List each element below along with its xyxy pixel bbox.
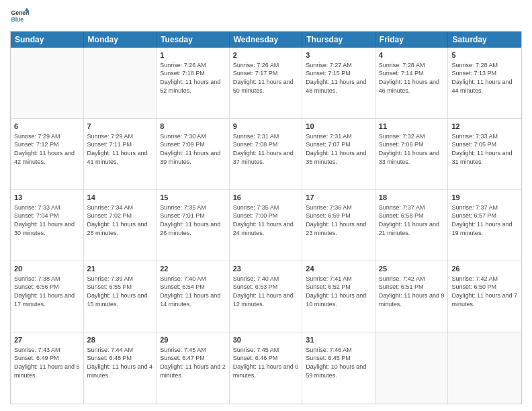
calendar-cell: 25Sunrise: 7:42 AM Sunset: 6:51 PM Dayli… <box>375 261 449 332</box>
day-info: Sunrise: 7:35 AM Sunset: 7:00 PM Dayligh… <box>233 203 299 237</box>
day-info: Sunrise: 7:33 AM Sunset: 7:05 PM Dayligh… <box>451 132 518 166</box>
calendar-cell <box>11 48 84 118</box>
day-info: Sunrise: 7:42 AM Sunset: 6:50 PM Dayligh… <box>451 275 518 308</box>
day-info: Sunrise: 7:37 AM Sunset: 6:58 PM Dayligh… <box>379 203 445 237</box>
calendar-cell: 21Sunrise: 7:39 AM Sunset: 6:55 PM Dayli… <box>84 261 157 332</box>
calendar-cell: 12Sunrise: 7:33 AM Sunset: 7:05 PM Dayli… <box>448 119 521 189</box>
day-number: 5 <box>451 50 518 60</box>
calendar-body: 1Sunrise: 7:26 AM Sunset: 7:18 PM Daylig… <box>11 48 521 404</box>
day-number: 9 <box>233 122 299 132</box>
day-info: Sunrise: 7:42 AM Sunset: 6:51 PM Dayligh… <box>379 275 445 308</box>
calendar-cell: 19Sunrise: 7:37 AM Sunset: 6:57 PM Dayli… <box>448 190 521 261</box>
day-number: 30 <box>233 335 299 345</box>
calendar-cell: 29Sunrise: 7:45 AM Sunset: 6:47 PM Dayli… <box>157 332 230 404</box>
calendar-cell: 31Sunrise: 7:46 AM Sunset: 6:45 PM Dayli… <box>302 332 375 404</box>
day-number: 7 <box>87 122 153 132</box>
day-number: 24 <box>306 264 371 274</box>
calendar-cell: 27Sunrise: 7:43 AM Sunset: 6:49 PM Dayli… <box>11 332 84 404</box>
day-info: Sunrise: 7:28 AM Sunset: 7:13 PM Dayligh… <box>451 61 518 95</box>
day-number: 23 <box>233 264 299 274</box>
calendar-cell: 5Sunrise: 7:28 AM Sunset: 7:13 PM Daylig… <box>448 48 521 118</box>
calendar-cell: 9Sunrise: 7:31 AM Sunset: 7:08 PM Daylig… <box>230 119 303 189</box>
day-number: 11 <box>379 122 445 132</box>
header-day: Monday <box>84 32 157 48</box>
calendar: SundayMondayTuesdayWednesdayThursdayFrid… <box>10 31 522 404</box>
day-number: 25 <box>379 264 445 274</box>
day-info: Sunrise: 7:39 AM Sunset: 6:55 PM Dayligh… <box>87 275 153 308</box>
logo: General Blue <box>10 7 29 26</box>
calendar-cell: 17Sunrise: 7:36 AM Sunset: 6:59 PM Dayli… <box>302 190 375 261</box>
day-number: 29 <box>160 335 226 345</box>
day-info: Sunrise: 7:45 AM Sunset: 6:46 PM Dayligh… <box>233 346 299 379</box>
day-number: 26 <box>451 264 518 274</box>
day-number: 17 <box>306 193 371 203</box>
calendar-cell: 1Sunrise: 7:26 AM Sunset: 7:18 PM Daylig… <box>157 48 230 118</box>
day-info: Sunrise: 7:36 AM Sunset: 6:59 PM Dayligh… <box>306 203 371 237</box>
calendar-cell: 7Sunrise: 7:29 AM Sunset: 7:11 PM Daylig… <box>84 119 157 189</box>
calendar-cell: 24Sunrise: 7:41 AM Sunset: 6:52 PM Dayli… <box>302 261 375 332</box>
day-number: 13 <box>14 193 80 203</box>
calendar-cell: 4Sunrise: 7:28 AM Sunset: 7:14 PM Daylig… <box>375 48 449 118</box>
day-number: 6 <box>14 122 80 132</box>
calendar-cell: 15Sunrise: 7:35 AM Sunset: 7:01 PM Dayli… <box>157 190 230 261</box>
day-number: 10 <box>306 122 371 132</box>
day-number: 31 <box>306 335 371 345</box>
calendar-cell: 14Sunrise: 7:34 AM Sunset: 7:02 PM Dayli… <box>84 190 157 261</box>
day-number: 12 <box>451 122 518 132</box>
day-info: Sunrise: 7:46 AM Sunset: 6:45 PM Dayligh… <box>306 346 371 379</box>
calendar-cell: 3Sunrise: 7:27 AM Sunset: 7:15 PM Daylig… <box>302 48 375 118</box>
calendar-row: 6Sunrise: 7:29 AM Sunset: 7:12 PM Daylig… <box>11 119 521 190</box>
day-number: 18 <box>379 193 445 203</box>
calendar-row: 20Sunrise: 7:38 AM Sunset: 6:56 PM Dayli… <box>11 261 521 332</box>
calendar-cell: 18Sunrise: 7:37 AM Sunset: 6:58 PM Dayli… <box>375 190 449 261</box>
day-number: 3 <box>306 50 371 60</box>
calendar-cell <box>448 332 521 404</box>
calendar-cell: 2Sunrise: 7:26 AM Sunset: 7:17 PM Daylig… <box>230 48 303 118</box>
header-day: Sunday <box>11 32 84 48</box>
day-number: 16 <box>233 193 299 203</box>
day-info: Sunrise: 7:29 AM Sunset: 7:11 PM Dayligh… <box>87 132 153 166</box>
day-number: 28 <box>87 335 153 345</box>
calendar-cell <box>84 48 157 118</box>
calendar-cell: 8Sunrise: 7:30 AM Sunset: 7:09 PM Daylig… <box>157 119 230 189</box>
calendar-cell <box>375 332 449 404</box>
day-number: 14 <box>87 193 153 203</box>
calendar-cell: 10Sunrise: 7:31 AM Sunset: 7:07 PM Dayli… <box>302 119 375 189</box>
header-day: Saturday <box>448 32 521 48</box>
day-info: Sunrise: 7:40 AM Sunset: 6:54 PM Dayligh… <box>160 275 226 308</box>
day-info: Sunrise: 7:31 AM Sunset: 7:08 PM Dayligh… <box>233 132 299 166</box>
day-info: Sunrise: 7:37 AM Sunset: 6:57 PM Dayligh… <box>451 203 518 237</box>
calendar-cell: 11Sunrise: 7:32 AM Sunset: 7:06 PM Dayli… <box>375 119 449 189</box>
calendar-cell: 16Sunrise: 7:35 AM Sunset: 7:00 PM Dayli… <box>230 190 303 261</box>
svg-text:Blue: Blue <box>11 16 24 23</box>
day-info: Sunrise: 7:41 AM Sunset: 6:52 PM Dayligh… <box>306 275 371 308</box>
calendar-cell: 13Sunrise: 7:33 AM Sunset: 7:04 PM Dayli… <box>11 190 84 261</box>
day-number: 27 <box>14 335 80 345</box>
day-info: Sunrise: 7:35 AM Sunset: 7:01 PM Dayligh… <box>160 203 226 237</box>
day-info: Sunrise: 7:33 AM Sunset: 7:04 PM Dayligh… <box>14 203 80 237</box>
day-info: Sunrise: 7:31 AM Sunset: 7:07 PM Dayligh… <box>306 132 371 166</box>
logo-icon: General Blue <box>10 7 29 26</box>
calendar-cell: 23Sunrise: 7:40 AM Sunset: 6:53 PM Dayli… <box>230 261 303 332</box>
day-info: Sunrise: 7:45 AM Sunset: 6:47 PM Dayligh… <box>160 346 226 379</box>
header-day: Wednesday <box>230 32 303 48</box>
day-number: 15 <box>160 193 226 203</box>
calendar-cell: 6Sunrise: 7:29 AM Sunset: 7:12 PM Daylig… <box>11 119 84 189</box>
header: General Blue <box>10 7 522 26</box>
day-info: Sunrise: 7:43 AM Sunset: 6:49 PM Dayligh… <box>14 346 80 379</box>
day-info: Sunrise: 7:27 AM Sunset: 7:15 PM Dayligh… <box>306 61 371 95</box>
calendar-cell: 28Sunrise: 7:44 AM Sunset: 6:48 PM Dayli… <box>84 332 157 404</box>
calendar-row: 1Sunrise: 7:26 AM Sunset: 7:18 PM Daylig… <box>11 48 521 119</box>
day-info: Sunrise: 7:30 AM Sunset: 7:09 PM Dayligh… <box>160 132 226 166</box>
day-info: Sunrise: 7:26 AM Sunset: 7:18 PM Dayligh… <box>160 61 226 95</box>
day-info: Sunrise: 7:40 AM Sunset: 6:53 PM Dayligh… <box>233 275 299 308</box>
day-info: Sunrise: 7:28 AM Sunset: 7:14 PM Dayligh… <box>379 61 445 95</box>
calendar-cell: 26Sunrise: 7:42 AM Sunset: 6:50 PM Dayli… <box>448 261 521 332</box>
header-day: Thursday <box>302 32 375 48</box>
day-number: 8 <box>160 122 226 132</box>
day-number: 22 <box>160 264 226 274</box>
calendar-cell: 20Sunrise: 7:38 AM Sunset: 6:56 PM Dayli… <box>11 261 84 332</box>
day-info: Sunrise: 7:29 AM Sunset: 7:12 PM Dayligh… <box>14 132 80 166</box>
day-info: Sunrise: 7:38 AM Sunset: 6:56 PM Dayligh… <box>14 275 80 308</box>
calendar-cell: 22Sunrise: 7:40 AM Sunset: 6:54 PM Dayli… <box>157 261 230 332</box>
